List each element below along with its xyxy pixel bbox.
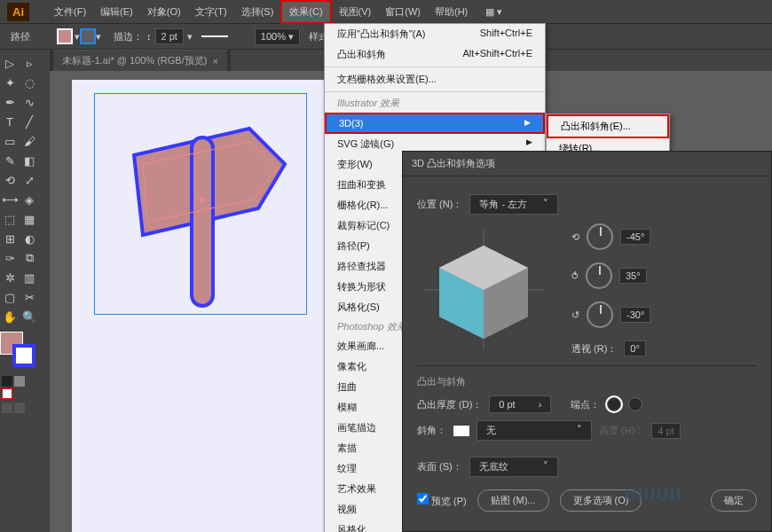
position-label: 位置 (N)： bbox=[417, 198, 462, 211]
mesh-tool[interactable]: ⊞ bbox=[0, 229, 20, 248]
eyedropper-tool[interactable]: ✑ bbox=[0, 248, 20, 268]
position-dropdown[interactable]: 等角 - 左方˅ bbox=[469, 194, 558, 215]
dash-preview[interactable] bbox=[201, 35, 228, 37]
dialog-title: 3D 凸出和斜角选项 bbox=[403, 152, 771, 176]
graph-tool[interactable]: ▥ bbox=[20, 268, 39, 287]
bevel-preview-icon bbox=[453, 426, 469, 436]
submenu-extrude-bevel[interactable]: 凸出和斜角(E)... bbox=[547, 114, 669, 138]
free-transform-tool[interactable]: ◈ bbox=[20, 190, 39, 209]
cap-off-icon[interactable] bbox=[628, 397, 642, 411]
shape-builder-tool[interactable]: ⬚ bbox=[0, 209, 20, 229]
type-tool[interactable]: T bbox=[0, 112, 20, 131]
menu-window[interactable]: 窗口(W) bbox=[378, 2, 428, 22]
path-label: 路径 bbox=[11, 30, 30, 43]
cap-label: 端点： bbox=[571, 398, 600, 411]
slice-tool[interactable]: ✂ bbox=[20, 287, 39, 307]
stroke-width-input[interactable]: 2 pt bbox=[155, 28, 184, 44]
brush-tool[interactable]: 🖌 bbox=[20, 131, 39, 151]
preview-checkbox[interactable]: 预览 (P) bbox=[417, 493, 467, 508]
screen-mode-icon[interactable] bbox=[2, 403, 12, 413]
perspective-input[interactable]: 0° bbox=[624, 340, 646, 356]
axis-y-icon: ⥀ bbox=[571, 270, 579, 282]
lasso-tool[interactable]: ◌ bbox=[20, 73, 39, 92]
surface-dropdown[interactable]: 无底纹˅ bbox=[469, 457, 558, 477]
illustrator-effects-header: Illustrator 效果 bbox=[325, 94, 545, 113]
rectangle-tool[interactable]: ▭ bbox=[0, 131, 20, 151]
menu-view[interactable]: 视图(V) bbox=[332, 2, 379, 22]
line-tool[interactable]: ╱ bbox=[20, 112, 39, 131]
y-rotation-dial[interactable] bbox=[586, 262, 612, 289]
menu-object[interactable]: 对象(O) bbox=[140, 2, 188, 22]
hand-tool[interactable]: ✋ bbox=[0, 307, 20, 326]
menu-3d[interactable]: 3D(3) bbox=[325, 113, 545, 134]
gradient-tool[interactable]: ◐ bbox=[20, 229, 39, 248]
z-rotation-dial[interactable] bbox=[587, 301, 613, 328]
menu-help[interactable]: 帮助(H) bbox=[428, 2, 475, 22]
x-rotation-input[interactable]: -45° bbox=[620, 229, 650, 245]
cap-on-icon[interactable] bbox=[607, 397, 621, 411]
stroke-label: 描边： bbox=[114, 30, 143, 43]
app-logo: Ai bbox=[7, 3, 29, 21]
none-mode-icon[interactable] bbox=[2, 388, 12, 399]
ok-button[interactable]: 确定 bbox=[711, 489, 757, 512]
menu-edit[interactable]: 编辑(E) bbox=[93, 2, 140, 22]
close-icon[interactable]: × bbox=[212, 56, 217, 66]
zoom-tool[interactable]: 🔍 bbox=[20, 307, 39, 326]
shaper-tool[interactable]: ✎ bbox=[0, 151, 20, 170]
svg-point-3 bbox=[200, 197, 205, 202]
selection-tool[interactable]: ▷ bbox=[0, 53, 20, 73]
menu-apply-last[interactable]: 应用"凸出和斜角"(A)Shift+Ctrl+E bbox=[325, 24, 545, 44]
chevron-down-icon: ˅ bbox=[543, 460, 548, 473]
artwork-signpost[interactable] bbox=[116, 111, 311, 315]
tab-title: 未标题-1.ai* @ 100% (RGB/预览) bbox=[62, 54, 207, 67]
extrude-depth-input[interactable]: 0 pt› bbox=[489, 395, 551, 413]
width-tool[interactable]: ⟷ bbox=[0, 190, 20, 209]
stroke-stepper[interactable]: ↕ bbox=[146, 31, 152, 42]
stroke-dd-icon[interactable]: ▾ bbox=[96, 31, 101, 43]
gradient-mode-icon[interactable] bbox=[14, 376, 25, 387]
fill-swatch[interactable] bbox=[57, 28, 73, 44]
menu-select[interactable]: 选择(S) bbox=[234, 2, 281, 22]
z-rotation-input[interactable]: -30° bbox=[620, 307, 650, 323]
extrude-depth-label: 凸出厚度 (D)： bbox=[417, 398, 482, 411]
y-rotation-input[interactable]: 35° bbox=[619, 268, 647, 284]
x-rotation-dial[interactable] bbox=[587, 223, 613, 250]
map-art-button[interactable]: 贴图 (M)... bbox=[477, 489, 549, 512]
bevel-height-label: 高度 (H)： bbox=[599, 424, 644, 437]
perspective-tool[interactable]: ▦ bbox=[20, 209, 39, 229]
menu-file[interactable]: 文件(F) bbox=[47, 2, 93, 22]
zoom-input[interactable]: 100% ▾ bbox=[255, 28, 300, 45]
toolbox: ▷▹ ✦◌ ✒∿ T╱ ▭🖌 ✎◧ ⟲⤢ ⟷◈ ⬚▦ ⊞◐ ✑⧉ ✲▥ ▢✂ ✋… bbox=[0, 50, 39, 419]
color-mode-icon[interactable] bbox=[2, 376, 12, 387]
fill-stroke-control[interactable] bbox=[0, 332, 37, 369]
axis-x-icon: ⟲ bbox=[571, 231, 579, 243]
menu-last-effect[interactable]: 凸出和斜角Alt+Shift+Ctrl+E bbox=[325, 44, 545, 65]
document-tab[interactable]: 未标题-1.ai* @ 100% (RGB/预览) × bbox=[53, 50, 227, 71]
extrude-section-header: 凸出与斜角 bbox=[417, 365, 757, 388]
menubar: Ai 文件(F) 编辑(E) 对象(O) 文字(T) 选择(S) 效果(C) 视… bbox=[0, 0, 772, 23]
scale-tool[interactable]: ⤢ bbox=[20, 170, 39, 190]
chevron-down-icon: ˅ bbox=[577, 424, 582, 437]
stroke-color-box[interactable] bbox=[12, 344, 35, 367]
menu-type[interactable]: 文字(T) bbox=[188, 2, 234, 22]
artboard-tool[interactable]: ▢ bbox=[0, 287, 20, 307]
magic-wand-tool[interactable]: ✦ bbox=[0, 73, 20, 92]
bevel-dropdown[interactable]: 无˅ bbox=[477, 420, 592, 441]
pen-tool[interactable]: ✒ bbox=[0, 92, 20, 112]
svg-rect-1 bbox=[192, 137, 213, 306]
blend-tool[interactable]: ⧉ bbox=[20, 248, 39, 268]
surface-label: 表面 (S)： bbox=[417, 460, 462, 473]
eraser-tool[interactable]: ◧ bbox=[20, 151, 39, 170]
rotate-tool[interactable]: ⟲ bbox=[0, 170, 20, 190]
curvature-tool[interactable]: ∿ bbox=[20, 92, 39, 112]
direct-select-tool[interactable]: ▹ bbox=[20, 53, 39, 73]
symbol-spray-tool[interactable]: ✲ bbox=[0, 268, 20, 287]
menu-effect[interactable]: 效果(C) bbox=[280, 0, 331, 24]
bevel-height-input: 4 pt bbox=[651, 423, 680, 439]
menu-doc-raster[interactable]: 文档栅格效果设置(E)... bbox=[325, 69, 545, 90]
stroke-swatch[interactable] bbox=[80, 28, 96, 44]
rotation-cube-preview[interactable] bbox=[417, 223, 550, 356]
stroke-dd-icon[interactable]: ▾ bbox=[187, 31, 193, 43]
screen-mode2-icon[interactable] bbox=[14, 403, 25, 413]
layout-icon[interactable]: ▦ ▾ bbox=[485, 6, 502, 18]
